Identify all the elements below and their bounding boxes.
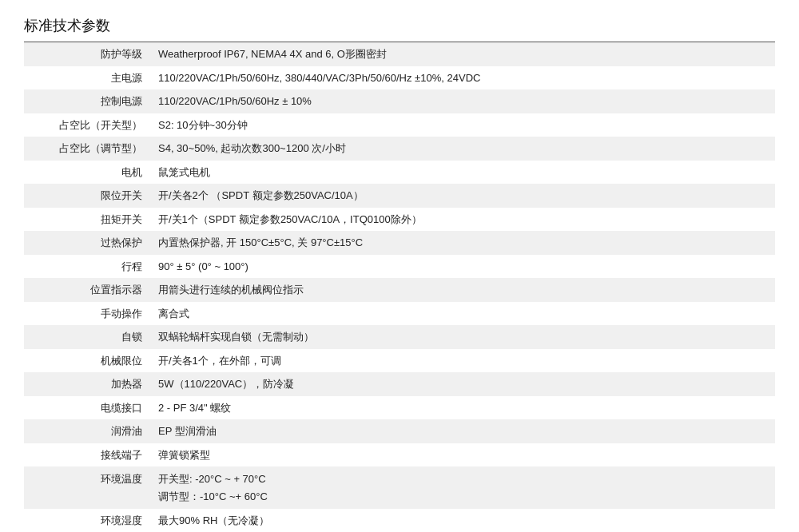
row-value: 双蜗轮蜗杆实现自锁（无需制动） (152, 325, 775, 349)
table-row: 防护等级Weatherproof IP67, NEMA4 4X and 6, O… (24, 42, 775, 66)
table-row: 行程90° ± 5° (0° ~ 100°) (24, 255, 775, 279)
table-row: 占空比（开关型）S2: 10分钟~30分钟 (24, 113, 775, 137)
row-value: S4, 30~50%, 起动次数300~1200 次/小时 (152, 137, 775, 161)
row-label: 润滑油 (24, 419, 152, 443)
row-value: EP 型润滑油 (152, 419, 775, 443)
specs-table: 防护等级Weatherproof IP67, NEMA4 4X and 6, O… (24, 42, 775, 532)
table-row: 主电源110/220VAC/1Ph/50/60Hz, 380/440/VAC/3… (24, 66, 775, 90)
row-label: 防护等级 (24, 42, 152, 66)
row-label: 过热保护 (24, 231, 152, 255)
row-label: 电缆接口 (24, 396, 152, 420)
row-label: 加热器 (24, 372, 152, 396)
row-label: 电机 (24, 161, 152, 185)
table-row: 过热保护内置热保护器, 开 150°C±5°C, 关 97°C±15°C (24, 231, 775, 255)
row-label: 机械限位 (24, 349, 152, 373)
row-label: 主电源 (24, 66, 152, 90)
row-value: 最大90% RH（无冷凝） (152, 509, 775, 532)
table-row: 手动操作离合式 (24, 302, 775, 326)
row-label: 行程 (24, 255, 152, 279)
table-row: 接线端子弹簧锁紧型 (24, 443, 775, 467)
table-row: 电机鼠笼式电机 (24, 161, 775, 185)
row-value: 2 - PF 3/4" 螺纹 (152, 396, 775, 420)
table-row: 润滑油EP 型润滑油 (24, 419, 775, 443)
row-value: Weatherproof IP67, NEMA4 4X and 6, O形圈密封 (152, 42, 775, 66)
row-value: 鼠笼式电机 (152, 161, 775, 185)
table-row: 自锁双蜗轮蜗杆实现自锁（无需制动） (24, 325, 775, 349)
row-value: 开关型: -20°C ~ + 70°C调节型：-10°C ~+ 60°C (152, 466, 775, 509)
row-label: 占空比（调节型） (24, 137, 152, 161)
row-label: 限位开关 (24, 184, 152, 208)
row-label: 位置指示器 (24, 278, 152, 302)
row-value: 5W（110/220VAC），防冷凝 (152, 372, 775, 396)
table-row: 控制电源110/220VAC/1Ph/50/60Hz ± 10% (24, 89, 775, 113)
row-value: 90° ± 5° (0° ~ 100°) (152, 255, 775, 279)
row-label: 控制电源 (24, 89, 152, 113)
table-row: 电缆接口2 - PF 3/4" 螺纹 (24, 396, 775, 420)
table-row: 环境湿度最大90% RH（无冷凝） (24, 509, 775, 532)
table-row: 限位开关开/关各2个 （SPDT 额定参数250VAC/10A） (24, 184, 775, 208)
page-title: 标准技术参数 (24, 16, 775, 35)
row-label: 占空比（开关型） (24, 113, 152, 137)
table-row: 扭矩开关开/关1个（SPDT 额定参数250VAC/10A，ITQ0100除外） (24, 208, 775, 232)
row-label: 自锁 (24, 325, 152, 349)
row-label: 手动操作 (24, 302, 152, 326)
row-value: 用箭头进行连续的机械阀位指示 (152, 278, 775, 302)
row-value: 离合式 (152, 302, 775, 326)
table-row: 位置指示器用箭头进行连续的机械阀位指示 (24, 278, 775, 302)
table-row: 占空比（调节型）S4, 30~50%, 起动次数300~1200 次/小时 (24, 137, 775, 161)
table-row: 环境温度开关型: -20°C ~ + 70°C调节型：-10°C ~+ 60°C (24, 466, 775, 509)
row-label: 扭矩开关 (24, 208, 152, 232)
row-label: 环境湿度 (24, 509, 152, 532)
row-value: 开/关各1个，在外部，可调 (152, 349, 775, 373)
row-value: 110/220VAC/1Ph/50/60Hz, 380/440/VAC/3Ph/… (152, 66, 775, 90)
row-label: 环境温度 (24, 466, 152, 509)
row-value: 弹簧锁紧型 (152, 443, 775, 467)
row-value: 110/220VAC/1Ph/50/60Hz ± 10% (152, 89, 775, 113)
row-label: 接线端子 (24, 443, 152, 467)
row-value: 开/关1个（SPDT 额定参数250VAC/10A，ITQ0100除外） (152, 208, 775, 232)
row-value: 内置热保护器, 开 150°C±5°C, 关 97°C±15°C (152, 231, 775, 255)
table-row: 加热器5W（110/220VAC），防冷凝 (24, 372, 775, 396)
table-row: 机械限位开/关各1个，在外部，可调 (24, 349, 775, 373)
row-value: S2: 10分钟~30分钟 (152, 113, 775, 137)
row-value: 开/关各2个 （SPDT 额定参数250VAC/10A） (152, 184, 775, 208)
